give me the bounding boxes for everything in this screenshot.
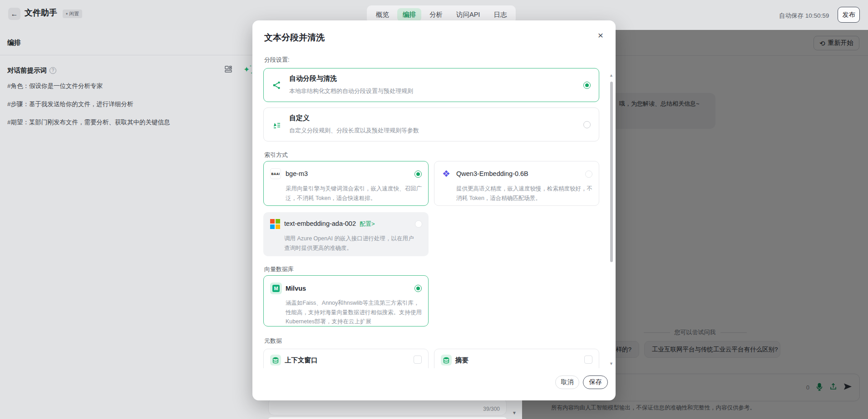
option-custom-segment[interactable]: 自定义 自定义分段规则、分段长度以及预处理规则等参数 xyxy=(263,107,599,141)
model-name: bge-m3 xyxy=(286,170,308,177)
milvus-logo-icon: M xyxy=(270,283,282,294)
microsoft-logo-icon xyxy=(270,219,280,229)
status-dot-icon: • xyxy=(66,11,68,17)
index-method-label: 索引方式 xyxy=(264,151,288,159)
radio-selected-icon[interactable] xyxy=(414,171,422,178)
segmentation-modal: 文本分段并清洗 × 分段设置: 自动分段与清洗 本地非结构化文档的自动分段设置与… xyxy=(252,20,616,400)
radio-unselected-icon[interactable] xyxy=(583,121,591,128)
help-icon[interactable]: ? xyxy=(49,67,56,74)
tab-analysis[interactable]: 分析 xyxy=(424,8,448,21)
qwen-logo-icon: ❖ xyxy=(441,168,452,179)
vector-db-label: 向量数据库 xyxy=(264,265,294,273)
back-button[interactable]: ← xyxy=(8,8,20,20)
tab-access-api[interactable]: 访问API xyxy=(451,8,485,21)
model-desc: 提供更高语义精度，嵌入速度较慢，检索精度较好，不消耗 Token，适合精确匹配场… xyxy=(456,184,592,203)
publish-button[interactable]: 发布 xyxy=(838,7,860,23)
cancel-button[interactable]: 取消 xyxy=(555,375,579,389)
model-name: text-embedding-ada-002配置> xyxy=(284,220,375,228)
template-icon[interactable] xyxy=(224,65,232,73)
orchestrate-heading: 编排 xyxy=(7,39,21,47)
checkbox-unchecked-icon[interactable] xyxy=(584,356,592,364)
metadata-row: 上下文窗口 切片向量化时，每个切片的相邻切片的内容被封装在切片 摘要 利用大模型… xyxy=(263,349,599,368)
vector-db-card-milvus[interactable]: M Milvus 涵盖如Faiss、Annoy和hnswlib等主流第三方索引库… xyxy=(263,275,429,326)
back-arrow-icon: ← xyxy=(11,10,18,18)
ai-sparkle-icon[interactable]: ✦+• xyxy=(243,66,250,73)
prompt-line-role[interactable]: #角色：假设你是一位文件分析专家 xyxy=(7,82,103,90)
model-name: Qwen3-Embedding-0.6B xyxy=(456,170,528,177)
modal-scrollbar[interactable] xyxy=(610,82,613,262)
tab-overview[interactable]: 概览 xyxy=(370,8,395,21)
configure-link[interactable]: 配置> xyxy=(360,220,375,227)
model-card-text-embedding-ada-002[interactable]: text-embedding-ada-002配置> 调用 Azure OpenA… xyxy=(263,212,429,256)
close-icon[interactable]: × xyxy=(594,29,607,42)
radio-unselected-icon[interactable] xyxy=(415,220,422,228)
option-auto-segment[interactable]: 自动分段与清洗 本地非结构化文档的自动分段设置与预处理规则 xyxy=(263,68,599,102)
branch-nodes-icon xyxy=(272,80,282,92)
option-desc: 本地非结构化文档的自动分段设置与预处理规则 xyxy=(289,87,413,95)
tab-orchestrate[interactable]: 编排 xyxy=(397,8,421,21)
radio-unselected-icon[interactable] xyxy=(585,171,592,178)
autosave-status: 自动保存 10:50:59 xyxy=(779,12,829,20)
radio-selected-icon[interactable] xyxy=(583,82,591,89)
database-icon xyxy=(441,355,452,365)
meta-title: 上下文窗口 xyxy=(285,356,318,365)
database-icon xyxy=(270,355,281,365)
vector-db-name: Milvus xyxy=(286,285,306,292)
panel-scroll-down-icon[interactable]: ▼ xyxy=(512,410,517,415)
tab-logs[interactable]: 日志 xyxy=(488,8,512,21)
radio-selected-icon[interactable] xyxy=(414,285,422,292)
app-root: ← 文件助手 • 闲置 概览 编排 分析 访问API 日志 自动保存 10:50… xyxy=(0,0,868,419)
model-desc: 调用 Azure OpenAI 的嵌入接口进行处理，以在用户查询时提供更高的准确… xyxy=(284,234,419,253)
option-title: 自定义 xyxy=(289,114,310,122)
char-counter: 39/300 xyxy=(483,406,500,412)
prompt-section-title: 对话前提示词 ? xyxy=(7,66,56,75)
scroll-down-icon[interactable]: ▼ xyxy=(609,361,613,366)
model-desc: 采用向量引擎与关键词混合索引，嵌入速度快、召回广泛，不消耗 Token，适合快速… xyxy=(286,184,422,203)
meta-card-context-window[interactable]: 上下文窗口 切片向量化时，每个切片的相邻切片的内容被封装在切片 xyxy=(263,349,429,368)
option-title: 自动分段与清洗 xyxy=(289,74,337,83)
model-name-text: text-embedding-ada-002 xyxy=(284,220,356,227)
meta-card-summary[interactable]: 摘要 利用大模型文本摘要技术，将切片文本压缩成简洁、全面 xyxy=(434,349,599,368)
opening-text-input[interactable]: 39/300 xyxy=(268,398,507,415)
checkbox-unchecked-icon[interactable] xyxy=(414,356,422,364)
vector-db-desc: 涵盖如Faiss、Annoy和hnswlib等主流第三方索引库，性能高，支持对海… xyxy=(286,298,422,326)
status-badge: • 闲置 xyxy=(63,10,82,18)
option-desc: 自定义分段规则、分段长度以及预处理规则等参数 xyxy=(289,127,419,135)
pencil-rules-icon xyxy=(272,120,282,132)
status-badge-label: 闲置 xyxy=(69,10,79,17)
modal-title: 文本分段并清洗 xyxy=(264,32,325,44)
segment-settings-label: 分段设置: xyxy=(264,56,290,64)
baai-logo-icon: BAAI xyxy=(270,168,281,179)
scroll-up-icon[interactable]: ▲ xyxy=(609,73,613,78)
model-card-bge-m3[interactable]: BAAI bge-m3 采用向量引擎与关键词混合索引，嵌入速度快、召回广泛，不消… xyxy=(263,161,429,206)
prompt-line-expectation[interactable]: #期望：某部门刚发布文件，需要分析、获取其中的关键信息 xyxy=(7,118,170,127)
metadata-label: 元数据 xyxy=(264,337,282,345)
prompt-line-steps[interactable]: #步骤：基于我发送给你的文件，进行详细分析 xyxy=(7,100,133,108)
prompt-section-label: 对话前提示词 xyxy=(7,66,47,75)
model-card-qwen3-embedding[interactable]: ❖ Qwen3-Embedding-0.6B 提供更高语义精度，嵌入速度较慢，检… xyxy=(434,161,599,206)
next-card-edge xyxy=(268,417,507,419)
page-title: 文件助手 xyxy=(25,7,57,18)
prompt-toolbar: ✦+• xyxy=(224,65,250,73)
save-button[interactable]: 保存 xyxy=(583,375,608,389)
meta-title: 摘要 xyxy=(455,356,469,365)
